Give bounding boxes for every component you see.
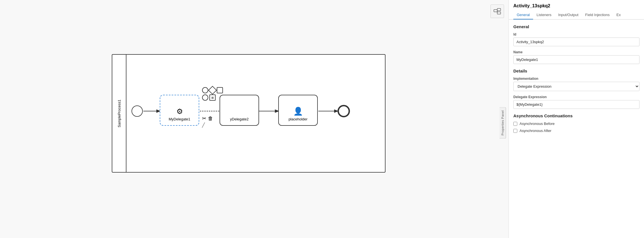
async-before-label: Asynchronous Before: [520, 122, 555, 126]
implementation-select[interactable]: Delegate Expression: [513, 82, 639, 91]
task-placeholder[interactable]: 👤 placeholder: [278, 95, 318, 126]
name-field-group: Name: [513, 50, 639, 64]
delegate-expression-label: Delegate Expression: [513, 95, 639, 99]
canvas-area: SampleProcess1: [0, 0, 509, 238]
implementation-label: Implementation: [513, 77, 639, 81]
properties-panel: Activity_13spkq2 General Listeners Input…: [509, 0, 644, 238]
type-square[interactable]: [217, 87, 223, 93]
properties-panel-wrapper: Properties Panel Activity_13spkq2 Genera…: [509, 0, 644, 238]
implementation-field-group: Implementation Delegate Expression: [513, 77, 639, 91]
name-input[interactable]: [513, 55, 639, 64]
async-before-checkbox[interactable]: [513, 122, 517, 126]
task1-icon: ⚙: [176, 107, 183, 116]
bpmn-diagram: SampleProcess1: [106, 37, 402, 201]
start-event[interactable]: [132, 105, 143, 117]
type-diamond[interactable]: [208, 86, 217, 94]
tab-ex[interactable]: Ex: [613, 11, 624, 19]
tab-input-output[interactable]: Input/Output: [555, 11, 582, 19]
dotted-arrow-icon[interactable]: ╱: [202, 122, 213, 128]
tab-listeners[interactable]: Listeners: [533, 11, 555, 19]
task2-label: yDelegate2: [230, 117, 249, 121]
pool-label-container: SampleProcess1: [112, 55, 126, 172]
async-section-title: Asynchronous Continuations: [513, 113, 639, 118]
async-after-checkbox[interactable]: [513, 129, 517, 133]
name-label: Name: [513, 50, 639, 54]
task-mydelegate2[interactable]: yDelegate2: [220, 95, 259, 126]
type-circle[interactable]: [202, 87, 208, 93]
svg-rect-0: [494, 10, 497, 12]
task1-label: MyDelegate1: [169, 117, 190, 121]
svg-rect-1: [497, 8, 501, 11]
details-section-title: Details: [513, 69, 639, 73]
async-after-group: Asynchronous After: [513, 129, 639, 133]
minimap-button[interactable]: [490, 5, 504, 18]
end-event[interactable]: [338, 105, 350, 117]
delegate-expression-input[interactable]: [513, 100, 639, 109]
pool-label-text: SampleProcess1: [117, 100, 121, 127]
panel-tabs: General Listeners Input/Output Field Inj…: [509, 11, 644, 19]
tab-field-injections[interactable]: Field Injections: [582, 11, 613, 19]
general-section-title: General: [513, 24, 639, 29]
panel-content: General Id Name Details Implementation D…: [509, 20, 644, 238]
tab-general[interactable]: General: [513, 11, 533, 19]
action-icons: ✂ 🗑 ╱: [202, 115, 213, 128]
id-input[interactable]: [513, 38, 639, 46]
type-grid[interactable]: ⊞: [209, 94, 216, 101]
type-circle2[interactable]: [202, 94, 208, 101]
task3-label: placeholder: [288, 117, 307, 121]
trash-icon[interactable]: 🗑: [208, 116, 213, 122]
id-field-group: Id: [513, 32, 639, 46]
delegate-expression-field-group: Delegate Expression: [513, 95, 639, 109]
properties-panel-tab[interactable]: Properties Panel: [500, 107, 506, 138]
scissors-icon[interactable]: ✂: [202, 115, 206, 122]
svg-rect-2: [497, 12, 501, 14]
task3-icon: 👤: [293, 107, 303, 116]
process-pool: SampleProcess1: [112, 54, 385, 173]
panel-header: Activity_13spkq2 General Listeners Input…: [509, 0, 644, 20]
panel-title: Activity_13spkq2: [513, 3, 639, 8]
task-mydelegate1[interactable]: ⚙ MyDelegate1: [160, 95, 199, 126]
async-before-group: Asynchronous Before: [513, 122, 639, 126]
id-label: Id: [513, 32, 639, 36]
async-after-label: Asynchronous After: [520, 129, 551, 133]
